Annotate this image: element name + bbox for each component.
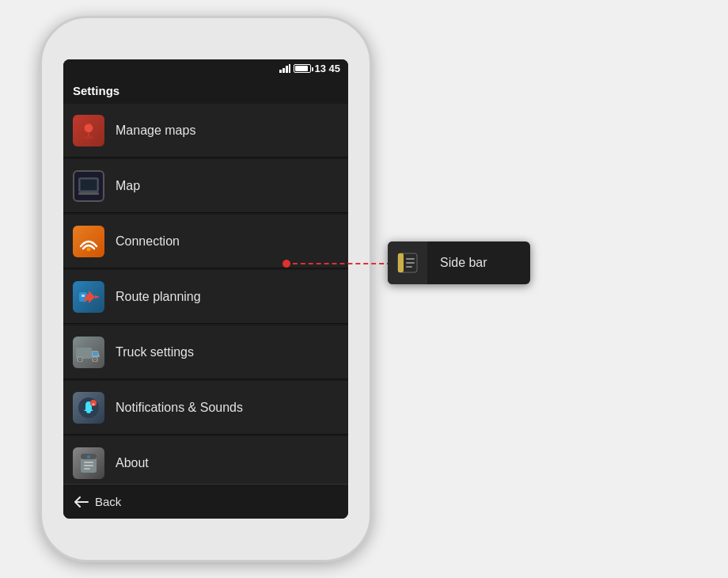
svg-text:+: +: [92, 401, 95, 406]
back-bar[interactable]: Back: [63, 484, 348, 519]
screen-title: Settings: [63, 78, 348, 102]
status-time: 13 45: [314, 63, 340, 74]
status-bar: 13 45: [63, 59, 348, 78]
menu-item-manage-maps[interactable]: Manage maps: [63, 104, 348, 158]
phone-screen: 13 45 Settings Manage maps: [63, 59, 348, 519]
svg-rect-1: [282, 68, 285, 73]
svg-rect-26: [84, 462, 93, 463]
sidebar-popup-label: Side bar: [427, 256, 500, 270]
route-planning-label: Route planning: [116, 290, 201, 304]
manage-maps-label: Manage maps: [116, 124, 195, 138]
back-label: Back: [95, 495, 121, 508]
notifications-label: Notifications & Sounds: [116, 401, 243, 415]
signal-icon: [279, 64, 290, 73]
svg-rect-15: [93, 352, 98, 356]
back-arrow-icon: [74, 496, 89, 508]
connection-label: Connection: [116, 234, 180, 249]
menu-item-notifications[interactable]: + Notifications & Sounds: [63, 381, 348, 435]
menu-item-about[interactable]: About: [63, 436, 348, 484]
phone-body: 13 45 Settings Manage maps: [40, 16, 372, 562]
svg-rect-33: [406, 266, 412, 268]
svg-rect-3: [289, 64, 290, 73]
route-planning-icon: [73, 281, 104, 313]
sidebar-popup-icon: [388, 241, 427, 284]
svg-rect-32: [406, 262, 415, 264]
phone-device: 13 45 Settings Manage maps: [40, 16, 372, 562]
svg-rect-0: [279, 70, 282, 73]
svg-point-25: [87, 455, 90, 458]
menu-item-map[interactable]: Map: [63, 159, 348, 213]
menu-list: Manage maps Map: [63, 102, 348, 484]
svg-rect-28: [84, 468, 90, 470]
map-icon: [73, 170, 104, 202]
svg-marker-13: [95, 295, 100, 299]
svg-rect-8: [81, 180, 97, 190]
menu-item-connection[interactable]: Connection: [63, 215, 348, 268]
svg-point-4: [85, 124, 93, 132]
svg-rect-27: [84, 465, 93, 466]
menu-item-truck-settings[interactable]: Truck settings: [63, 325, 348, 379]
sidebar-popup[interactable]: Side bar: [388, 241, 530, 284]
svg-point-10: [87, 247, 91, 251]
map-label: Map: [116, 179, 140, 193]
svg-rect-2: [286, 66, 288, 73]
svg-rect-31: [406, 258, 415, 260]
svg-point-19: [94, 359, 96, 360]
svg-point-17: [79, 359, 81, 360]
battery-icon: [294, 64, 311, 73]
svg-rect-30: [398, 253, 404, 272]
about-label: About: [116, 456, 149, 470]
svg-rect-9: [78, 192, 99, 195]
truck-settings-label: Truck settings: [116, 345, 194, 359]
svg-rect-12: [82, 295, 85, 297]
menu-item-route-planning[interactable]: Route planning: [63, 270, 348, 324]
connection-icon: [73, 226, 104, 257]
truck-settings-icon: [73, 337, 104, 368]
manage-maps-icon: [73, 115, 104, 146]
connector-line: [285, 263, 392, 264]
notifications-icon: +: [73, 392, 104, 424]
about-icon: [73, 447, 104, 479]
